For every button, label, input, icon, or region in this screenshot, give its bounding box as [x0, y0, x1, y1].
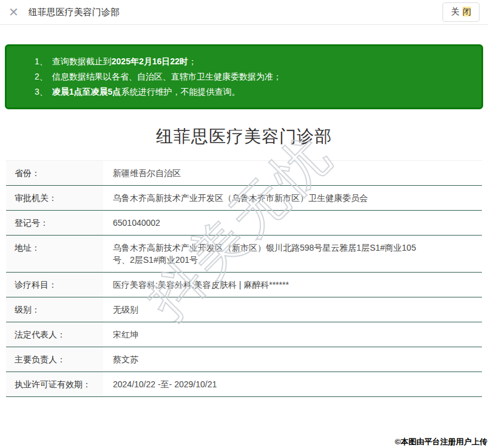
notice-item: 2、信息数据结果以各省、自治区、直辖市卫生健康委数据为准； [35, 69, 472, 84]
notice-item: 1、查询数据截止到2025年2月16日22时； [35, 54, 472, 69]
row-value: 无级别 [103, 297, 482, 322]
notice-item-text: ； [188, 56, 197, 66]
window-title: 纽菲思医疗美容门诊部 [29, 7, 120, 18]
table-row: 执业许可证有效期： 2024/10/22 -至- 2029/10/21 [6, 372, 482, 397]
notice-item-bold: 凌晨1点至凌晨5点 [52, 87, 121, 97]
row-label: 审批机关： [6, 186, 103, 210]
table-row: 登记号： 6501040002 [6, 211, 482, 236]
header-bar: ✕ 纽菲思医疗美容门诊部 关闭 [0, 0, 488, 25]
row-label: 执业许可证有效期： [6, 372, 103, 396]
table-row: 诊疗科目： 医疗美容科;美容外科;美容皮肤科 | 麻醉科****** [6, 273, 482, 297]
row-label: 法定代表人： [6, 322, 103, 347]
row-value: 新疆维吾尔自治区 [103, 161, 482, 185]
row-value: 2024/10/22 -至- 2029/10/21 [103, 372, 482, 396]
row-value: 医疗美容科;美容外科;美容皮肤科 | 麻醉科****** [103, 273, 482, 297]
notice-item-text: 查询数据截止到 [52, 56, 112, 66]
row-label: 级别： [6, 297, 103, 322]
row-label: 主要负责人： [6, 347, 103, 372]
row-label: 诊疗科目： [6, 273, 103, 297]
table-row: 审批机关： 乌鲁木齐高新技术产业开发区（乌鲁木齐市新市区）卫生健康委员会 [6, 186, 482, 211]
notice-item-bold: 2025年2月16日22时 [112, 56, 188, 66]
table-row: 法定代表人： 宋红坤 [6, 322, 482, 347]
notice-item-text: 系统进行维护，不能提供查询。 [121, 87, 240, 97]
table-row: 省份： 新疆维吾尔自治区 [6, 161, 482, 186]
close-button-label: 关 [451, 7, 459, 16]
row-label: 省份： [6, 161, 103, 185]
notice-item-text: 信息数据结果以各省、自治区、直辖市卫生健康委数据为准； [52, 72, 282, 81]
notice-box: 1、查询数据截止到2025年2月16日22时； 2、信息数据结果以各省、自治区、… [5, 44, 483, 109]
row-value: 宋红坤 [103, 322, 482, 347]
copyright-watermark: ©本图由平台注册用户上传 [395, 436, 487, 447]
row-label: 地址： [6, 236, 103, 272]
notice-item-number: 1、 [35, 56, 48, 66]
info-table: 省份： 新疆维吾尔自治区 审批机关： 乌鲁木齐高新技术产业开发区（乌鲁木齐市新市… [6, 160, 482, 397]
row-value: 6501040002 [103, 211, 482, 235]
notice-item-number: 3、 [35, 87, 48, 97]
notice-item: 3、凌晨1点至凌晨5点系统进行维护，不能提供查询。 [35, 84, 472, 100]
page-title: 纽菲思医疗美容门诊部 [0, 125, 488, 148]
table-row: 主要负责人： 蔡文苏 [6, 347, 482, 372]
row-value: 乌鲁木齐高新技术产业开发区（乌鲁木齐市新市区）卫生健康委员会 [103, 186, 482, 210]
table-row: 级别： 无级别 [6, 297, 482, 322]
table-row: 地址： 乌鲁木齐高新技术产业开发区（新市区）银川北路598号星云雅居1层S1#商… [6, 236, 482, 273]
row-value: 蔡文苏 [103, 347, 482, 372]
row-label: 登记号： [6, 211, 103, 235]
notice-item-number: 2、 [35, 72, 48, 81]
close-icon[interactable]: ✕ [8, 6, 19, 18]
close-button-label-highlighted: 闭 [463, 7, 471, 16]
close-button[interactable]: 关闭 [442, 2, 480, 22]
row-value: 乌鲁木齐高新技术产业开发区（新市区）银川北路598号星云雅居1层S1#商业105… [103, 236, 482, 272]
